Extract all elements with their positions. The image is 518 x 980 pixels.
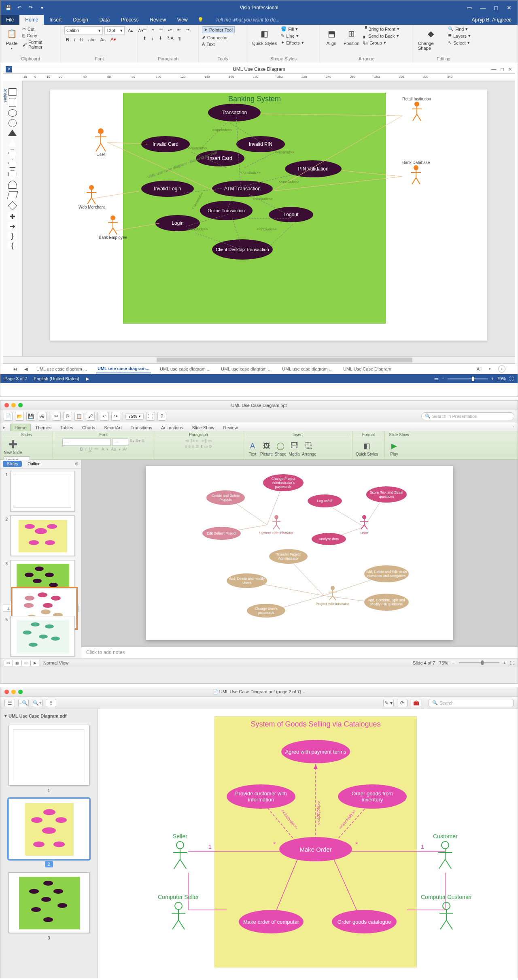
indent-dec-icon[interactable]: ⇤ xyxy=(176,26,183,33)
drawing-page[interactable]: Banking System Transaction Invalid Card … xyxy=(50,89,487,341)
usecase-invalid-card[interactable]: Invalid Card xyxy=(141,136,190,152)
font-name-select[interactable]: Calibri▾ xyxy=(64,26,103,34)
pdf-viewer[interactable]: System of Goods Selling via Catalogues xyxy=(98,709,518,978)
copy-icon[interactable]: ⎘ xyxy=(63,412,72,421)
tab-home[interactable]: Home xyxy=(19,15,44,25)
page-tab[interactable]: UML use case diagram ... xyxy=(35,365,89,373)
new-slide-button[interactable]: ➕New Slide xyxy=(4,439,22,455)
page-thumbnail-2[interactable] xyxy=(8,799,89,859)
tab-process[interactable]: Process xyxy=(115,15,144,25)
zoom-level[interactable]: 79% xyxy=(497,376,506,381)
shape-pentagon-icon[interactable] xyxy=(8,160,17,168)
collapse-ribbon-icon[interactable]: ˆ xyxy=(513,426,518,431)
zoom-in-icon[interactable]: + xyxy=(491,376,494,381)
fit-page-icon[interactable]: ⛶ xyxy=(509,376,514,381)
font-size-select[interactable]: 12pt▾ xyxy=(104,26,125,34)
actor-bank-employee[interactable]: Bank Employee xyxy=(99,215,127,240)
align-center-icon[interactable]: ≡ xyxy=(150,27,156,33)
align-right-icon[interactable]: ☰ xyxy=(157,26,165,33)
view-normal-icon[interactable]: ▭ xyxy=(4,660,13,666)
uc-transfer[interactable]: Transfer Project Administrator xyxy=(269,549,308,564)
tab-charts[interactable]: Charts xyxy=(78,424,100,431)
usecase-client-desktop[interactable]: Client Desktop Transaction xyxy=(212,239,273,260)
uc-analyse[interactable]: Analyse data xyxy=(312,533,346,545)
shape-diamond-icon[interactable] xyxy=(8,201,17,211)
valign-bot-icon[interactable]: ⬇ xyxy=(157,35,164,42)
line-button[interactable]: ✎ Line ▾ xyxy=(281,33,304,38)
position-button[interactable]: ⊞Position xyxy=(342,26,361,47)
shape-brace2-icon[interactable]: { xyxy=(8,241,17,249)
zoom-slider[interactable] xyxy=(448,378,488,379)
insert-picture-button[interactable]: 🖼Picture xyxy=(260,440,273,456)
tab-review[interactable]: Review xyxy=(144,15,171,25)
tab-review[interactable]: Review xyxy=(219,424,242,431)
horizontal-scrollbar[interactable] xyxy=(3,356,515,364)
actor-bank-db[interactable]: Bank Database xyxy=(402,160,430,185)
help-icon[interactable]: ? xyxy=(157,412,166,421)
user-name[interactable]: Артур В. Андреев xyxy=(471,17,518,23)
format-painter-icon[interactable]: 🖌 xyxy=(86,412,95,421)
slides-tab[interactable]: Slides xyxy=(3,461,22,467)
view-reading-icon[interactable]: 📖 xyxy=(21,660,30,666)
slide-thumbnail-2[interactable]: 2 xyxy=(3,516,79,556)
effects-button[interactable]: ✦ Effects ▾ xyxy=(281,40,304,45)
notes-pane[interactable]: Click to add notes xyxy=(81,647,518,658)
search-input[interactable]: 🔍 Search in Presentation xyxy=(421,412,514,420)
shape-circle-icon[interactable] xyxy=(8,119,17,127)
macro-icon[interactable]: ▶ xyxy=(86,376,89,381)
text-case-button[interactable]: Aa xyxy=(99,36,107,43)
spacing-icon[interactable]: ¶ xyxy=(177,35,183,42)
page-tab[interactable]: UML Use Case Diagram xyxy=(342,365,393,373)
shape-can-icon[interactable] xyxy=(8,181,17,189)
group-button[interactable]: ⿻ Group ▾ xyxy=(363,40,399,45)
tab-tables[interactable]: Tables xyxy=(56,424,78,431)
quick-styles-button[interactable]: ◧Quick Styles xyxy=(251,26,278,47)
tab-nav-prev-icon[interactable]: ◀ xyxy=(24,366,28,372)
all-tabs[interactable]: All xyxy=(477,366,482,371)
shape-square-icon[interactable] xyxy=(9,98,16,107)
tell-me[interactable]: Tell me what you want to do... xyxy=(204,17,280,23)
pointer-tool[interactable]: ➤ Pointer Tool xyxy=(202,26,235,33)
format-painter-button[interactable]: 🖌 Format Painter xyxy=(22,40,57,49)
grow-font-icon[interactable]: A▴ xyxy=(126,27,135,34)
slide-canvas[interactable]: Change Project Administrator's passwords… xyxy=(146,466,453,640)
actor-user[interactable]: User xyxy=(93,128,109,157)
system-boundary[interactable]: Banking System xyxy=(123,93,386,324)
change-shape-button[interactable]: ◆Change Shape xyxy=(416,26,446,51)
indent-inc-icon[interactable]: ⇥ xyxy=(184,26,191,33)
uc-add-risk[interactable]: Add, Combine, Split and Modify risk ques… xyxy=(364,594,409,611)
undo-icon[interactable]: ↶ xyxy=(100,412,109,421)
uc-create-delete[interactable]: Create and Delete Projects xyxy=(206,490,245,505)
strike-button[interactable]: abc xyxy=(87,36,97,43)
sub-maximize-icon[interactable]: ◻ xyxy=(500,66,504,72)
view-slideshow-icon[interactable]: ▶ xyxy=(30,660,39,666)
select-button[interactable]: ↖ Select ▾ xyxy=(448,40,471,45)
shape-triangle-icon[interactable] xyxy=(8,130,17,136)
shape-ellipse-icon[interactable] xyxy=(8,109,17,117)
bullets-icon[interactable]: •≡ xyxy=(166,27,174,33)
zoom-out-icon[interactable]: −🔍 xyxy=(18,699,29,707)
fill-button[interactable]: 🪣 Fill ▾ xyxy=(281,26,304,32)
slide-thumbnail-1[interactable]: 1 xyxy=(3,471,79,511)
new-file-icon[interactable]: 📄 xyxy=(4,412,13,421)
uc-edit-default[interactable]: Edit Default Project xyxy=(202,527,241,540)
align-left-icon[interactable]: ☰ xyxy=(141,26,149,33)
quick-styles-button[interactable]: ◧Quick Styles xyxy=(356,440,378,456)
redo-icon[interactable]: ↷ xyxy=(111,412,120,421)
share-icon[interactable]: ⇪ xyxy=(46,699,56,707)
shape-octagon-icon[interactable] xyxy=(8,170,17,178)
canvas[interactable]: Banking System Transaction Invalid Card … xyxy=(22,81,515,356)
tab-nav-first-icon[interactable]: ⏮ xyxy=(13,366,17,371)
pdf-search-input[interactable]: 🔍 Search xyxy=(429,699,514,707)
page-thumbnail-1[interactable] xyxy=(8,725,89,786)
open-icon[interactable]: 📂 xyxy=(15,412,24,421)
font-color-button[interactable]: A▾ xyxy=(109,36,117,43)
add-page-button[interactable]: + xyxy=(498,365,505,373)
pdf-sidebar[interactable]: ▾UML Use Case Diagram.pdf 1 2 xyxy=(0,709,98,978)
shape-arrow-icon[interactable]: ➔ xyxy=(8,222,17,229)
tab-slideshow[interactable]: Slide Show xyxy=(188,424,219,431)
shape-parallelogram-icon[interactable] xyxy=(7,191,18,199)
slide-thumbnail-4[interactable]: 4 xyxy=(3,605,79,612)
print-icon[interactable]: 🖨 xyxy=(38,412,47,421)
usecase-atm-transaction[interactable]: ATM Transaction xyxy=(212,181,273,197)
